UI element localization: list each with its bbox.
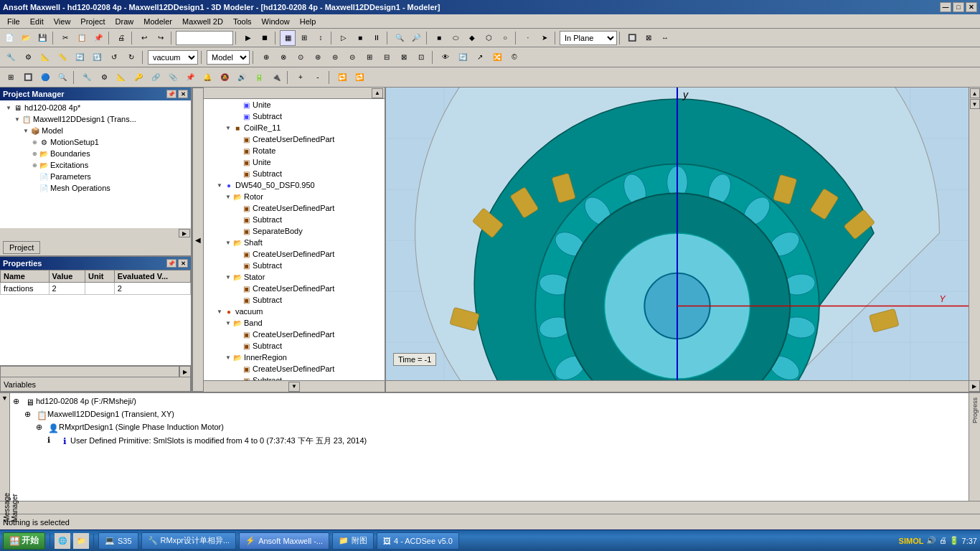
taskbar-rmxpr[interactable]: 🔧 RMxpr设计单相异...: [141, 532, 237, 550]
tree-separatebody[interactable]: · ▣ SeparateBody: [204, 225, 385, 237]
tree-rotate[interactable]: · ▣ Rotate: [204, 145, 385, 156]
menu-modeler[interactable]: Modeler: [139, 17, 176, 27]
menu-window[interactable]: Window: [258, 17, 294, 27]
tb2-btn-5[interactable]: 🔄: [72, 50, 88, 65]
start-button[interactable]: 🪟 开始: [3, 532, 45, 550]
material-dropdown[interactable]: vacuum: [148, 50, 198, 65]
tree-item-excitations[interactable]: ⊕ 📂 Excitations: [1, 159, 189, 171]
tb2-btn-13[interactable]: ⊜: [327, 50, 343, 65]
zoom-in-btn[interactable]: 🔍: [392, 30, 407, 46]
pm-scroll-right[interactable]: ▶: [179, 229, 190, 237]
tb2-copy-btn[interactable]: ©: [507, 50, 522, 65]
viewport[interactable]: y Y: [386, 88, 969, 380]
msg-expander-1[interactable]: ⊕: [24, 410, 36, 419]
tree-createudp-shaft[interactable]: · ▣ CreateUserDefinedPart: [204, 248, 385, 260]
close-btn[interactable]: ✕: [966, 2, 977, 12]
tb2-btn-1[interactable]: 🔧: [3, 50, 19, 65]
tb2-btn-10[interactable]: ⊗: [275, 50, 291, 65]
tb3-zoom-out[interactable]: -: [310, 70, 326, 85]
taskbar-ansoft[interactable]: ⚡ Ansoft Maxwell -...: [239, 532, 329, 550]
tb3-btn-18[interactable]: 🔂: [352, 70, 367, 85]
tb3-btn-2[interactable]: 🔲: [20, 70, 36, 85]
expander-coilre11[interactable]: ▼: [224, 123, 232, 132]
shape-hex[interactable]: ⬡: [481, 30, 496, 46]
tb3-btn-17[interactable]: 🔁: [334, 70, 350, 85]
tb2-btn-3[interactable]: 📐: [37, 50, 53, 65]
arrow-btn[interactable]: ➤: [537, 30, 552, 46]
sim-btn[interactable]: ▷: [336, 30, 352, 46]
expander-stator[interactable]: ▼: [224, 273, 232, 281]
zoom-out-btn[interactable]: 🔎: [408, 30, 424, 46]
project-tab[interactable]: Project: [3, 241, 40, 254]
tree-subtract-2[interactable]: · ▣ Subtract: [204, 168, 385, 179]
tb2-eye-btn[interactable]: 👁: [438, 50, 453, 65]
redo-btn[interactable]: ↪: [153, 30, 169, 46]
tree-subtract-shaft[interactable]: · ▣ Subtract: [204, 260, 385, 271]
tree-scroll-area[interactable]: · ▣ Unite · ▣ Subtract ▼ ■ CoilRe_11: [204, 99, 385, 380]
msg-expander-0[interactable]: ⊕: [13, 397, 24, 406]
tb2-btn-11[interactable]: ⊙: [293, 50, 308, 65]
tree-dw540[interactable]: ▼ ● DW540_50_DSF0.950: [204, 179, 385, 191]
tb3-btn-14[interactable]: 🔊: [234, 70, 250, 85]
menu-view[interactable]: View: [50, 17, 75, 27]
tb3-btn-5[interactable]: 🔧: [79, 70, 95, 85]
tree-band[interactable]: ▼ 📂 Band: [204, 317, 385, 329]
copy-btn[interactable]: 📋: [74, 30, 90, 46]
tree-unite-2[interactable]: · ▣ Unite: [204, 156, 385, 168]
props-close-btn[interactable]: ✕: [178, 259, 188, 268]
tree-item-meshops[interactable]: · 📄 Mesh Operations: [1, 182, 189, 194]
stop-btn[interactable]: ■: [352, 30, 368, 46]
tb3-btn-4[interactable]: 🔍: [55, 70, 70, 85]
tree-subtract-stator[interactable]: · ▣ Subtract: [204, 294, 385, 306]
tb3-btn-13[interactable]: 🔕: [217, 70, 232, 85]
tree-subtract-band[interactable]: · ▣ Subtract: [204, 340, 385, 352]
shape-diamond[interactable]: ◆: [464, 30, 480, 46]
expander-shaft[interactable]: ▼: [224, 238, 232, 247]
tb2-btn-7[interactable]: ↺: [106, 50, 122, 65]
tree-subtract-inner[interactable]: · ▣ Subtract: [204, 375, 385, 380]
tb-btn-b[interactable]: ⏹: [257, 30, 273, 46]
expander-parameters[interactable]: ·: [30, 172, 39, 181]
expander-design[interactable]: ▼: [13, 115, 22, 123]
cut-btn[interactable]: ✂: [57, 30, 73, 46]
tb3-btn-3[interactable]: 🔵: [37, 70, 53, 85]
pause-btn[interactable]: ⏸: [369, 30, 385, 46]
taskbar-folder-icon[interactable]: 📁: [73, 533, 89, 549]
tree-createudp-band[interactable]: · ▣ CreateUserDefinedPart: [204, 329, 385, 340]
tb3-btn-12[interactable]: 🔔: [199, 70, 215, 85]
expander-excitations[interactable]: ⊕: [30, 161, 39, 169]
expander-boundaries[interactable]: ⊕: [30, 149, 39, 158]
plane-dropdown[interactable]: In Plane: [560, 31, 617, 45]
tb2-btn-6[interactable]: 🔃: [89, 50, 105, 65]
tb3-btn-8[interactable]: 🔑: [131, 70, 146, 85]
maximize-btn[interactable]: □: [953, 2, 964, 12]
shape-rect[interactable]: ■: [431, 30, 447, 46]
tb-btn-a[interactable]: ▶: [240, 30, 256, 46]
shape-oval[interactable]: ⬭: [448, 30, 463, 46]
tb2-btn-18[interactable]: ⊡: [413, 50, 429, 65]
tree-item-motionsetup[interactable]: ⊕ ⚙ MotionSetup1: [1, 136, 189, 148]
pm-close-btn[interactable]: ✕: [178, 90, 188, 98]
msg-expander-2[interactable]: ⊕: [36, 423, 47, 432]
menu-maxwell2d[interactable]: Maxwell 2D: [178, 17, 227, 27]
tb3-btn-1[interactable]: ⊞: [3, 70, 19, 85]
tree-scroll-down[interactable]: ▼: [288, 382, 300, 392]
tree-rotor[interactable]: ▼ 📂 Rotor: [204, 191, 385, 202]
print-btn[interactable]: 🖨: [113, 30, 129, 46]
props-pin-btn[interactable]: 📌: [166, 259, 176, 268]
h-scroll-btn[interactable]: ▶: [179, 366, 191, 377]
tree-item-boundaries[interactable]: ⊕ 📂 Boundaries: [1, 148, 189, 159]
tree-subtract-rotor[interactable]: · ▣ Subtract: [204, 214, 385, 225]
expander-band[interactable]: ▼: [224, 319, 232, 327]
msg-item-1[interactable]: ⊕ 📋 Maxwell12DDesign1 (Transient, XY): [13, 409, 966, 422]
expander-innerregion[interactable]: ▼: [224, 353, 232, 362]
undo-btn[interactable]: ↩: [136, 30, 152, 46]
collapse-tree-btn[interactable]: ◀: [192, 88, 204, 392]
tb-extra-1[interactable]: 🔲: [624, 30, 640, 46]
taskbar-ie-icon[interactable]: 🌐: [55, 533, 70, 549]
expander-rotor[interactable]: ▼: [224, 192, 232, 201]
taskbar-futu[interactable]: 📁 附图: [332, 532, 374, 550]
tb2-rotate-btn[interactable]: 🔄: [455, 50, 471, 65]
minimize-btn[interactable]: —: [940, 2, 951, 12]
tree-subtract-1[interactable]: · ▣ Subtract: [204, 110, 385, 122]
